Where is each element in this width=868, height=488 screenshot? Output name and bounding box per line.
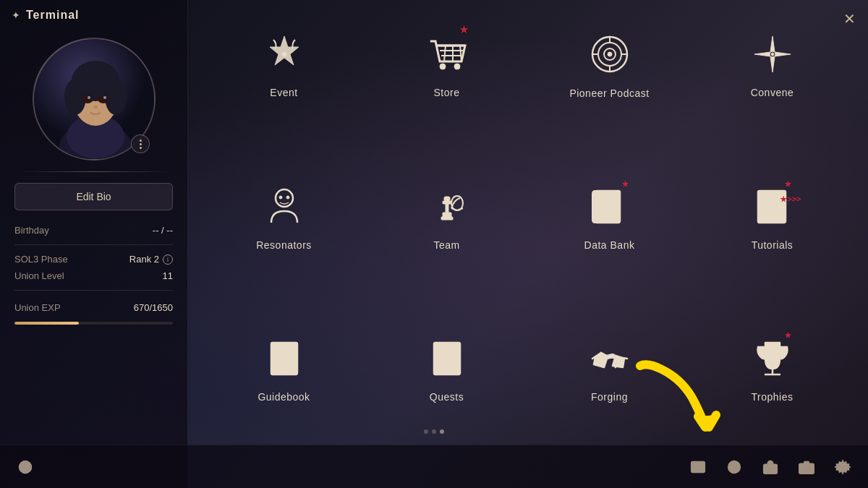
data-bank-label: Data Bank	[584, 239, 635, 251]
quests-label: Quests	[430, 391, 464, 403]
svg-point-68	[804, 466, 809, 471]
quests-icon-wrap	[422, 333, 472, 384]
union-level-row: Union Level 11	[14, 270, 173, 281]
svg-point-21	[454, 64, 460, 69]
avatar-divider	[19, 171, 169, 172]
svg-point-8	[82, 95, 93, 103]
tutorials-icon-wrap: >>> ?	[747, 181, 798, 232]
pioneer-podcast-icon-wrap	[584, 29, 635, 80]
stats-section: Birthday -- / -- SOL3 Phase Rank 2 i Uni…	[0, 225, 187, 325]
union-exp-value: 670/1650	[134, 302, 173, 313]
terminal-icon: ✦	[12, 9, 20, 21]
power-button[interactable]	[14, 456, 36, 478]
sol3-value: Rank 2 i	[129, 254, 173, 265]
svg-text:?: ?	[767, 198, 777, 216]
union-exp-row: Union EXP 670/1650	[14, 302, 173, 313]
resonators-label: Resonators	[256, 239, 312, 251]
menu-item-pioneer-podcast[interactable]: Pioneer Podcast	[535, 29, 684, 171]
trophies-icon-wrap	[747, 333, 798, 384]
stat-sep-2	[14, 290, 173, 291]
resonators-icon-wrap	[259, 181, 310, 232]
svg-point-11	[103, 96, 106, 99]
guidebook-icon-wrap	[259, 333, 310, 384]
svg-point-20	[440, 64, 446, 69]
team-label: Team	[433, 239, 459, 251]
birthday-row: Birthday -- / --	[14, 225, 173, 236]
title-bar: ✦ Terminal	[0, 0, 187, 30]
menu-item-team[interactable]: Team	[373, 181, 521, 322]
svg-point-69	[811, 465, 812, 466]
svg-point-9	[98, 95, 109, 103]
forging-label: Forging	[591, 391, 628, 403]
svg-rect-65	[764, 464, 777, 474]
panel-title: Terminal	[26, 9, 80, 22]
store-icon-wrap	[422, 29, 472, 80]
svg-rect-47	[758, 191, 762, 223]
history-button[interactable]	[723, 456, 745, 478]
svg-point-25	[608, 52, 612, 56]
camera-button[interactable]	[796, 456, 817, 478]
avatar-area	[0, 30, 187, 171]
convene-icon-wrap	[747, 29, 798, 80]
settings-button[interactable]	[832, 456, 854, 478]
menu-item-event[interactable]: Event	[210, 29, 358, 171]
union-exp-bar-fill	[14, 322, 79, 325]
store-label: Store	[434, 87, 460, 98]
edit-bio-button[interactable]: Edit Bio	[14, 183, 173, 210]
svg-line-17	[444, 46, 446, 61]
union-level-label: Union Level	[14, 270, 64, 281]
svg-point-10	[88, 96, 90, 99]
bottom-left	[14, 456, 36, 478]
data-bank-icon-wrap	[584, 181, 635, 232]
menu-grid: Event	[210, 29, 846, 474]
bottom-bar	[0, 445, 868, 488]
trophies-label: Trophies	[752, 391, 793, 403]
stat-sep-1	[14, 244, 173, 245]
birthday-value: -- / --	[153, 225, 173, 236]
svg-point-33	[279, 196, 282, 199]
team-icon-wrap	[422, 181, 472, 232]
event-label: Event	[270, 87, 297, 98]
sol3-label: SOL3 Phase	[14, 254, 68, 265]
mail-button[interactable]	[687, 456, 709, 478]
menu-item-resonators[interactable]: Resonators	[210, 181, 358, 322]
close-button[interactable]: ✕	[838, 7, 861, 30]
pioneer-podcast-label: Pioneer Podcast	[569, 87, 649, 100]
event-icon-wrap	[259, 29, 310, 80]
svg-rect-36	[441, 217, 453, 220]
menu-item-convene[interactable]: Convene	[698, 29, 846, 171]
svg-rect-39	[444, 197, 450, 201]
inventory-button[interactable]	[760, 456, 781, 478]
menu-item-tutorials[interactable]: >>> ? Tutorials	[698, 181, 846, 322]
svg-rect-42	[598, 191, 601, 223]
tutorials-label: Tutorials	[752, 239, 793, 251]
menu-item-store[interactable]: Store	[373, 29, 521, 171]
svg-point-13	[282, 52, 286, 56]
forging-icon-wrap	[584, 333, 635, 384]
svg-point-31	[771, 53, 774, 56]
union-exp-label: Union EXP	[14, 302, 61, 313]
bottom-right	[687, 456, 854, 478]
sol3-row: SOL3 Phase Rank 2 i	[14, 254, 173, 265]
guidebook-label: Guidebook	[258, 391, 310, 403]
right-panel: Event	[188, 0, 868, 488]
tutorials-arrow-badge: >>>	[780, 194, 801, 203]
svg-point-34	[286, 196, 289, 199]
left-panel: ✦ Terminal	[0, 0, 188, 488]
menu-item-data-bank[interactable]: Data Bank	[535, 181, 684, 322]
avatar-menu-button[interactable]	[131, 134, 150, 153]
union-exp-bar	[14, 322, 173, 325]
svg-rect-38	[443, 201, 451, 204]
convene-label: Convene	[751, 87, 794, 98]
union-level-value: 11	[163, 270, 173, 281]
birthday-label: Birthday	[14, 225, 49, 236]
svg-point-12	[93, 106, 98, 108]
svg-line-19	[460, 46, 461, 61]
info-icon[interactable]: i	[163, 254, 173, 265]
close-icon: ✕	[843, 10, 856, 27]
